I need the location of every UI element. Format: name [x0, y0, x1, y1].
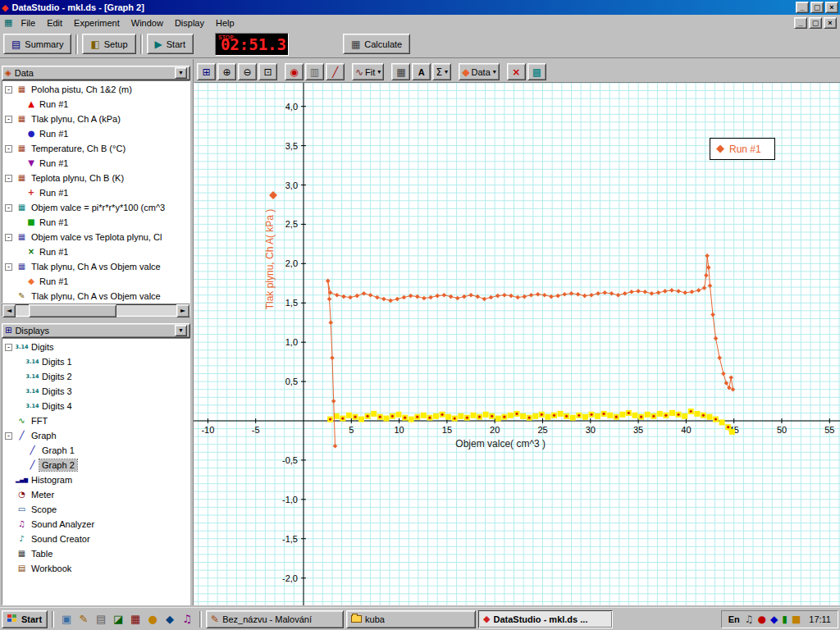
run-item[interactable]: ×Run #1 — [2, 244, 189, 259]
taskbar-clock[interactable]: 17:11 — [809, 614, 831, 624]
data-panel-hscrollbar[interactable]: ◄ ► — [2, 304, 190, 317]
graph-plot[interactable]: -10-5510152025303540455055-2,0-1,5-1,0-0… — [194, 83, 840, 607]
child-window-icon[interactable]: ▦ — [4, 17, 12, 28]
delete-tool-button[interactable]: × — [507, 63, 526, 80]
zoom-select-button[interactable]: ⊡ — [258, 63, 277, 80]
display-tree-item[interactable]: ▭Scope — [2, 502, 189, 517]
run-item[interactable]: ◆Run #1 — [2, 274, 189, 289]
fit-menu-button[interactable]: ∿Fit▾ — [352, 63, 384, 80]
tray-icon-5[interactable]: ■ — [792, 614, 801, 624]
quicklaunch-icon-7[interactable]: ◆ — [162, 611, 178, 628]
child-restore-button[interactable]: ▢ — [809, 17, 822, 29]
smart-tool-button[interactable]: ◉ — [285, 63, 304, 80]
data-tree-item[interactable]: -▦Tlak plynu, Ch A vs Objem valce — [2, 259, 189, 274]
run-item[interactable]: ▼Run #1 — [2, 156, 189, 171]
display-tree-item[interactable]: ▦Table — [2, 546, 189, 561]
data-panel-header[interactable]: ◈ Data ▼ — [2, 66, 190, 80]
tray-icon-1[interactable]: ♫ — [745, 614, 754, 624]
task-button[interactable]: ✎Bez_názvu - Malování — [206, 610, 344, 628]
expand-box[interactable]: - — [5, 86, 12, 94]
menu-help[interactable]: Help — [210, 16, 240, 30]
keyboard-layout-indicator[interactable]: En — [728, 614, 740, 624]
display-tree-item[interactable]: ♫Sound Analyzer — [2, 517, 189, 532]
y-axis-title[interactable]: Tlak plynu, Ch A( kPa ) — [264, 191, 277, 309]
expand-box[interactable]: - — [5, 344, 12, 351]
displays-panel-header[interactable]: ⊞ Displays ▼ — [2, 323, 190, 338]
slope-tool-button[interactable]: ╱ — [326, 63, 345, 80]
display-tree-item[interactable]: -3.14Digits — [2, 340, 189, 354]
text-annotation-button[interactable]: A — [412, 63, 431, 80]
data-tree-item[interactable]: -▦Tlak plynu, Ch A (kPa) — [2, 112, 189, 126]
expand-box[interactable]: - — [5, 263, 12, 271]
display-child-item[interactable]: ╱Graph 1 — [2, 443, 189, 458]
data-tree-item[interactable]: -▦Temperature, Ch B (°C) — [2, 141, 189, 156]
quicklaunch-icon-2[interactable]: ✎ — [75, 611, 92, 628]
summary-button[interactable]: ▤ Summary — [3, 34, 71, 54]
scale-to-fit-button[interactable]: ⊞ — [197, 63, 216, 80]
child-close-button[interactable]: × — [824, 17, 837, 29]
data-tree-item[interactable]: -▦Objem valce vs Teplota plynu, Cl — [2, 230, 189, 244]
menu-edit[interactable]: Edit — [41, 16, 68, 30]
quicklaunch-icon-3[interactable]: ▤ — [93, 611, 109, 628]
menu-window[interactable]: Window — [126, 16, 169, 30]
calculator-tool-button[interactable]: ▦ — [391, 63, 410, 80]
task-button[interactable]: kuba — [346, 610, 476, 628]
quicklaunch-icon-4[interactable]: ◪ — [110, 611, 126, 628]
quicklaunch-icon-6[interactable]: ● — [144, 611, 161, 628]
display-tree-item[interactable]: -╱Graph — [2, 428, 189, 443]
display-tree-item[interactable]: ▤Workbook — [2, 561, 189, 576]
scroll-right-button[interactable]: ► — [176, 304, 189, 317]
title-bar[interactable]: ◆ DataStudio - mkl.ds - [Graph 2] _ ▢ × — [0, 0, 840, 15]
scroll-left-button[interactable]: ◄ — [2, 304, 16, 317]
run-item[interactable]: ▲Run #1 — [2, 97, 189, 112]
start-menu-button[interactable]: Start — [2, 610, 48, 628]
display-tree-item[interactable]: ◔Meter — [2, 487, 189, 502]
scrollbar-track[interactable] — [16, 304, 176, 316]
chart-area[interactable]: -10-5510152025303540455055-2,0-1,5-1,0-0… — [194, 83, 840, 607]
task-button[interactable]: ◆DataStudio - mkl.ds ... — [478, 610, 613, 628]
calculate-button[interactable]: ▦ Calculate — [343, 34, 410, 54]
data-panel-dropdown-button[interactable]: ▼ — [175, 67, 187, 79]
setup-button[interactable]: ◧ Setup — [82, 34, 135, 54]
run-item[interactable]: +Run #1 — [2, 185, 189, 200]
quicklaunch-icon-5[interactable]: ▦ — [127, 611, 144, 628]
x-axis-title[interactable]: Objem valce( cm^3 ) — [455, 438, 546, 450]
display-child-item[interactable]: 3.14Digits 2 — [2, 369, 189, 384]
menu-display[interactable]: Display — [169, 16, 210, 30]
note-tool-button[interactable]: ▥ — [305, 63, 324, 80]
displays-panel-dropdown-button[interactable]: ▼ — [175, 325, 187, 336]
tray-icon-2[interactable]: ● — [758, 614, 766, 624]
child-minimize-button[interactable]: _ — [794, 17, 807, 29]
data-tree-item[interactable]: -▦Poloha pistu, Ch 1&2 (m) — [2, 82, 189, 97]
start-button[interactable]: ▶ Start — [147, 34, 194, 54]
menu-file[interactable]: File — [15, 16, 41, 30]
data-tree-item[interactable]: ✎Tlak plynu, Ch A vs Objem valce — [2, 289, 189, 304]
legend[interactable]: Run #1 — [710, 139, 775, 160]
data-tree-item[interactable]: -▦Teplota plynu, Ch B (K) — [2, 171, 189, 185]
expand-box[interactable]: - — [5, 234, 12, 241]
display-tree-item[interactable]: ▂▄▆Histogram — [2, 472, 189, 487]
graph-settings-button[interactable]: ▩ — [527, 63, 546, 80]
zoom-in-button[interactable]: ⊕ — [217, 63, 236, 80]
run-item[interactable]: ●Run #1 — [2, 126, 189, 141]
tray-icon-3[interactable]: ◆ — [770, 614, 778, 624]
display-child-item[interactable]: 3.14Digits 4 — [2, 399, 189, 413]
tray-icon-4[interactable]: ▮ — [782, 614, 788, 624]
display-child-item[interactable]: 3.14Digits 3 — [2, 384, 189, 399]
menu-experiment[interactable]: Experiment — [68, 16, 126, 30]
expand-box[interactable]: - — [5, 116, 12, 123]
scrollbar-thumb[interactable] — [29, 304, 117, 317]
expand-box[interactable]: - — [5, 145, 12, 153]
run-item[interactable]: ■Run #1 — [2, 215, 189, 230]
data-menu-button[interactable]: ◆Data▾ — [459, 63, 500, 80]
close-button[interactable]: × — [825, 2, 838, 13]
display-tree-item[interactable]: ♪Sound Creator — [2, 532, 189, 546]
data-tree-item[interactable]: -▦Objem valce = pi*r*r*y*100 (cm^3 — [2, 200, 189, 215]
expand-box[interactable]: - — [5, 204, 12, 212]
quicklaunch-icon-1[interactable]: ▣ — [58, 611, 75, 628]
minimize-button[interactable]: _ — [796, 2, 809, 13]
quicklaunch-icon-8[interactable]: ♫ — [179, 611, 195, 628]
display-child-item[interactable]: 3.14Digits 1 — [2, 354, 189, 369]
statistics-button[interactable]: Σ▾ — [432, 63, 451, 80]
zoom-out-button[interactable]: ⊖ — [238, 63, 257, 80]
